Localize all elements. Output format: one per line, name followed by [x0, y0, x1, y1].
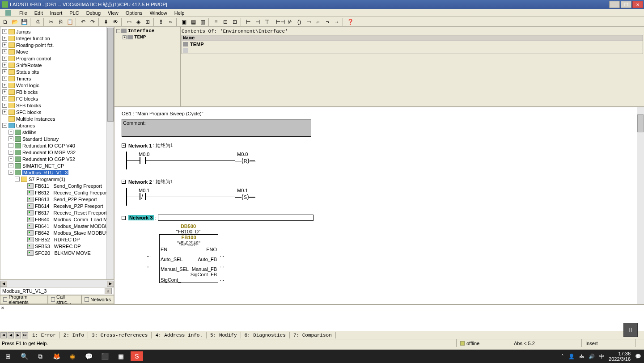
undo-button[interactable]: ↶ — [79, 17, 88, 26]
tray-notifications-icon[interactable]: 💬 — [635, 354, 641, 359]
coil[interactable]: () — [295, 17, 304, 26]
tab-nav-last[interactable]: ⏭ — [22, 332, 28, 338]
save-button[interactable]: 💾 — [20, 17, 29, 26]
output-tab-comparison[interactable]: 7: Comparison — [290, 332, 336, 339]
taskbar-firefox[interactable]: 🦊 — [48, 350, 64, 363]
close-button[interactable]: ✕ — [632, 1, 643, 8]
tab-nav-next[interactable]: ▶ — [15, 332, 21, 338]
expand-icon[interactable]: + — [123, 35, 127, 39]
output-tab-error[interactable]: 1: Error — [29, 332, 60, 339]
menu-view[interactable]: View — [104, 9, 122, 17]
download-button[interactable]: ⬇ — [102, 17, 110, 26]
menu-help[interactable]: Help — [171, 9, 188, 17]
tray-network-icon[interactable]: 🖧 — [579, 354, 584, 359]
monitor-button[interactable]: 👁 — [111, 17, 120, 26]
print-button[interactable]: 🖨 — [33, 17, 42, 26]
collapse-icon[interactable]: − — [116, 29, 120, 33]
help-context-button[interactable]: ❓ — [346, 17, 355, 26]
collapse-icon[interactable]: − — [122, 216, 126, 220]
minimize-button[interactable]: _ — [609, 1, 620, 8]
elem-1[interactable]: ≡ — [212, 17, 220, 26]
tray-people-icon[interactable]: 👤 — [568, 354, 575, 359]
restore-button[interactable]: ❐ — [621, 1, 631, 8]
new-button[interactable]: 🗋 — [1, 17, 10, 26]
tray-chevron-icon[interactable]: ˄ — [561, 354, 564, 359]
branch-close[interactable]: ¬ — [323, 17, 332, 26]
interface-table[interactable]: Name TEMP — [182, 35, 643, 54]
tool-4[interactable]: ‼ — [157, 17, 165, 26]
ladder-rung[interactable]: M0.1 / M0.1 —(S)— — [126, 188, 637, 206]
editor-scrollbar[interactable] — [637, 107, 644, 304]
menu-insert[interactable]: Insert — [47, 9, 66, 17]
menu-options[interactable]: Options — [122, 9, 146, 17]
menu-edit[interactable]: Edit — [31, 9, 47, 17]
app-menu-icon[interactable] — [2, 9, 16, 17]
contact-nc[interactable]: ⊬ — [285, 17, 294, 26]
start-button[interactable]: ⊞ — [0, 350, 16, 363]
tool-1[interactable]: ▭ — [124, 17, 133, 26]
element-tree[interactable]: +Jumps +Integer function +Floating-point… — [0, 27, 114, 280]
tray-ime[interactable]: 中 — [599, 353, 604, 360]
network-label-selected[interactable]: Network 3 — [128, 215, 154, 220]
taskbar-simatic[interactable]: ▦ — [113, 350, 129, 363]
collapse-icon[interactable]: − — [122, 144, 126, 148]
output-tab-address[interactable]: 4: Address info. — [152, 332, 207, 339]
tab-networks[interactable]: Networks — [81, 295, 114, 304]
output-close-button[interactable]: ✕ — [1, 306, 5, 310]
fb-call[interactable]: DB500 "FB100_D" FB100 "模式选择" ENENO Auto_… — [148, 224, 637, 286]
ladder-rung[interactable]: M0.0 M0.0 —(R)— — [126, 152, 637, 169]
contact-no[interactable]: ⊢⊣ — [276, 17, 285, 26]
selection-dropdown-button[interactable]: ≤ — [105, 288, 112, 294]
elem-6[interactable]: ⊤ — [263, 17, 271, 26]
elem-5[interactable]: ⊣ — [253, 17, 262, 26]
network-editor[interactable]: OB1 : "Main Program Sweep (Cycle)" Comme… — [114, 107, 644, 304]
copy-button[interactable]: ⎘ — [56, 17, 65, 26]
nc-contact[interactable]: / — [140, 193, 146, 200]
network-title-input[interactable] — [158, 215, 314, 221]
taskview-button[interactable]: ⧉ — [32, 350, 48, 363]
comment-box[interactable]: Comment: — [122, 119, 311, 137]
branch-open[interactable]: ⌐ — [314, 17, 322, 26]
tree-hscroll[interactable]: ◀▶ — [0, 280, 114, 287]
output-tab-diagnostics[interactable]: 6: Diagnostics — [241, 332, 290, 339]
taskbar-app2[interactable]: ◉ — [64, 350, 80, 363]
elem-2[interactable]: ⊟ — [221, 17, 230, 26]
fb-box[interactable]: FB100 "模式选择" ENENO Auto_SELAuto_FB Manua… — [159, 234, 218, 283]
output-tab-info[interactable]: 2: Info — [60, 332, 88, 339]
tree-scrollbar[interactable] — [106, 27, 114, 279]
view-fbd[interactable]: ▥ — [198, 17, 207, 26]
taskbar-app4[interactable]: ⬛ — [97, 350, 113, 363]
interface-tree-pane[interactable]: −Interface +TEMP — [114, 27, 181, 106]
view-lad[interactable]: ▣ — [179, 17, 188, 26]
no-contact[interactable] — [140, 157, 146, 164]
tool-3[interactable]: ⊞ — [143, 17, 152, 26]
pause-overlay-icon[interactable]: ⏸ — [623, 323, 638, 337]
tab-call-structure[interactable]: Call struc... — [48, 295, 81, 304]
output-tab-crossref[interactable]: 3: Cross-references — [88, 332, 152, 339]
tool-5[interactable]: » — [166, 17, 175, 26]
tray-volume-icon[interactable]: 🔊 — [589, 354, 595, 359]
elem-4[interactable]: ⊢ — [244, 17, 253, 26]
search-button[interactable]: 🔍 — [16, 350, 32, 363]
collapse-icon[interactable]: − — [122, 180, 126, 184]
menu-debug[interactable]: Debug — [83, 9, 104, 17]
tab-nav-prev[interactable]: ◀ — [8, 332, 14, 338]
tab-nav-first[interactable]: ⏮ — [0, 332, 7, 338]
open-button[interactable]: 📂 — [10, 17, 19, 26]
conn[interactable]: → — [332, 17, 341, 26]
taskbar-app6[interactable]: S — [131, 351, 143, 361]
redo-button[interactable]: ↷ — [88, 17, 97, 26]
menu-file[interactable]: File — [16, 9, 31, 17]
cut-button[interactable]: ✂ — [47, 17, 55, 26]
taskbar-wechat[interactable]: 💬 — [80, 350, 97, 363]
tool-2[interactable]: ◈ — [134, 17, 143, 26]
tab-program-elements[interactable]: Program elements — [0, 295, 48, 304]
paste-button[interactable]: 📋 — [65, 17, 74, 26]
tray-clock[interactable]: 17:36 2022/3/16 — [609, 351, 631, 362]
view-stl[interactable]: ▤ — [189, 17, 198, 26]
menu-plc[interactable]: PLC — [66, 9, 82, 17]
menu-window[interactable]: Window — [146, 9, 171, 17]
elem-3[interactable]: ⊡ — [230, 17, 239, 26]
box[interactable]: ▭ — [304, 17, 313, 26]
output-tab-modify[interactable]: 5: Modify — [207, 332, 241, 339]
